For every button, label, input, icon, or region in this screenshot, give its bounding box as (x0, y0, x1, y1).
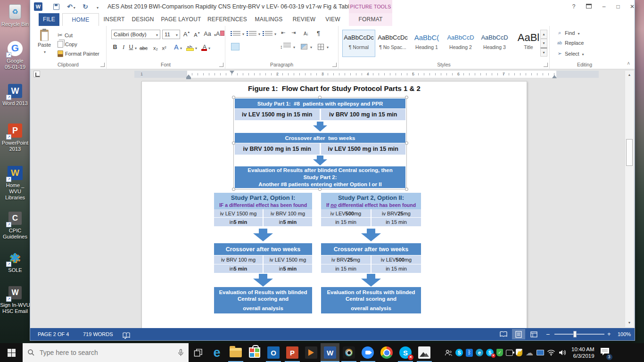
styles-dialog-launcher[interactable] (544, 63, 548, 67)
read-mode-button[interactable] (497, 329, 510, 339)
find-button[interactable]: ⌕Find (556, 30, 579, 36)
increase-indent-icon[interactable] (291, 30, 296, 36)
tab-mailings[interactable]: MAILINGS (251, 13, 287, 26)
desktop-icon-recycle-bin[interactable]: Recycle Bin (0, 4, 30, 27)
word-count[interactable]: 719 WORDS (83, 328, 113, 340)
tab-review[interactable]: REVIEW (289, 13, 319, 26)
action-center-button[interactable]: 3 (600, 347, 610, 358)
help-button[interactable]: ? (568, 2, 580, 11)
desktop-icon-hsc-email[interactable]: Sign In-WVUHSC Email (0, 285, 30, 314)
italic-button[interactable] (120, 44, 127, 51)
text-highlight-button[interactable] (186, 44, 193, 50)
grow-font-button[interactable] (183, 31, 190, 38)
antivirus-ok-icon[interactable] (496, 349, 503, 356)
numbering-icon[interactable] (249, 31, 256, 37)
tab-view[interactable]: VIEW (321, 13, 345, 26)
search-input[interactable] (39, 348, 174, 357)
close-button[interactable]: ✕ (626, 2, 638, 11)
wifi-icon[interactable] (547, 348, 555, 357)
copy-button[interactable]: Copy (58, 41, 77, 48)
scroll-up-button[interactable]: ▲ (625, 71, 634, 79)
tab-references[interactable]: REFERENCES (206, 13, 248, 26)
align-center-button[interactable] (242, 43, 251, 50)
multilevel-list-icon[interactable] (265, 31, 272, 37)
maximize-button[interactable]: □ (612, 2, 624, 11)
selection-handle[interactable] (232, 188, 235, 191)
align-right-button[interactable] (254, 43, 262, 50)
skype-error-tray-icon[interactable] (486, 349, 494, 356)
font-name-combo[interactable]: Calibri (Body) (111, 30, 160, 39)
line-spacing-icon[interactable] (280, 43, 291, 49)
taskbar-youcam[interactable] (339, 343, 358, 362)
subscript-button[interactable] (152, 45, 159, 51)
show-formatting-marks-icon[interactable] (317, 30, 320, 37)
desktop-icon-word-2013[interactable]: Word 2013 (0, 83, 30, 107)
clipboard-dialog-launcher[interactable] (100, 63, 105, 67)
taskbar-movies-tv[interactable] (302, 343, 321, 362)
page-indicator[interactable]: PAGE 2 OF 4 (38, 328, 69, 340)
taskbar-photos[interactable] (415, 343, 434, 362)
selection-handle[interactable] (405, 96, 408, 99)
bold-button[interactable] (111, 44, 119, 50)
style-heading-1[interactable]: AaBbC( Heading 1 (410, 30, 443, 57)
desktop-icon-sole[interactable]: SOLE (0, 250, 30, 273)
tab-insert[interactable]: INSERT (101, 13, 127, 26)
ribbon-display-options-button[interactable] (583, 2, 595, 11)
zoom-in-button[interactable]: + (607, 328, 611, 340)
format-painter-button[interactable]: Format Painter (58, 50, 99, 57)
taskbar-word-active[interactable] (321, 343, 339, 362)
tab-home[interactable]: HOME (62, 13, 99, 26)
style-heading-3[interactable]: AaBbCcD Heading 3 (478, 30, 511, 57)
onedrive-icon[interactable] (525, 348, 534, 357)
paragraph-dialog-launcher[interactable] (332, 63, 337, 67)
taskbar-outlook[interactable] (264, 343, 283, 362)
zoom-slider-track[interactable] (554, 334, 604, 335)
collapse-ribbon-button[interactable]: ˄ (627, 61, 630, 66)
volume-icon[interactable] (558, 348, 567, 357)
desktop-icon-cpic-guidelines[interactable]: CPICGuidelines (0, 210, 30, 240)
taskbar-store[interactable] (245, 343, 264, 362)
taskbar-zoom[interactable] (358, 343, 377, 362)
styles-more-button[interactable]: ▼ (540, 48, 547, 57)
save-button[interactable] (51, 2, 61, 11)
selection-handle[interactable] (405, 141, 408, 145)
tab-page-layout[interactable]: PAGE LAYOUT (158, 13, 204, 26)
zoom-slider-thumb[interactable] (573, 331, 577, 337)
paste-button[interactable]: Paste (35, 30, 54, 54)
jabber-tray-icon[interactable] (476, 349, 483, 356)
flowchart-option2-picture[interactable]: Study Part 2, Option II: If no different… (321, 193, 421, 313)
tab-design[interactable]: DESIGN (129, 13, 157, 26)
shrink-font-button[interactable] (193, 32, 201, 38)
clear-formatting-button[interactable] (216, 31, 224, 37)
left-indent-marker[interactable] (186, 74, 191, 77)
cut-button[interactable]: Cut (58, 32, 73, 39)
proofing-status-icon[interactable] (123, 331, 130, 343)
align-left-button[interactable] (231, 43, 239, 50)
right-indent-marker[interactable] (552, 75, 557, 78)
desktop-icon-google[interactable]: Google05-01-19 (0, 41, 30, 70)
display-settings-icon[interactable] (537, 350, 544, 355)
justify-button[interactable] (265, 43, 273, 50)
selection-handle[interactable] (405, 188, 408, 191)
selection-handle[interactable] (318, 96, 322, 99)
tab-selector[interactable] (33, 71, 40, 77)
selection-handle[interactable] (318, 188, 322, 191)
style-heading-2[interactable]: AaBbCcD Heading 2 (444, 30, 477, 57)
flowchart-part1-picture[interactable]: Study Part 1: #8 patients with epilepsy … (233, 97, 407, 189)
document-page[interactable]: Figure 1: Flow Chart for Study Protocol … (141, 81, 527, 328)
zoom-out-button[interactable]: − (546, 328, 550, 340)
taskbar-chrome[interactable] (377, 343, 396, 362)
vertical-scrollbar[interactable]: ▲ ▼ (625, 71, 634, 327)
taskbar-search-box[interactable] (23, 343, 189, 362)
redo-button[interactable] (80, 2, 91, 11)
font-dialog-launcher[interactable] (219, 63, 223, 67)
selection-handle[interactable] (232, 96, 235, 99)
decrease-indent-icon[interactable] (281, 30, 285, 36)
replace-button[interactable]: abReplace (556, 40, 584, 46)
change-case-button[interactable] (204, 31, 211, 37)
undo-button[interactable] (65, 2, 77, 11)
start-button[interactable] (0, 343, 23, 362)
superscript-button[interactable] (160, 45, 168, 51)
first-line-indent-marker[interactable] (230, 71, 234, 74)
taskbar-powerpoint[interactable] (283, 343, 302, 362)
